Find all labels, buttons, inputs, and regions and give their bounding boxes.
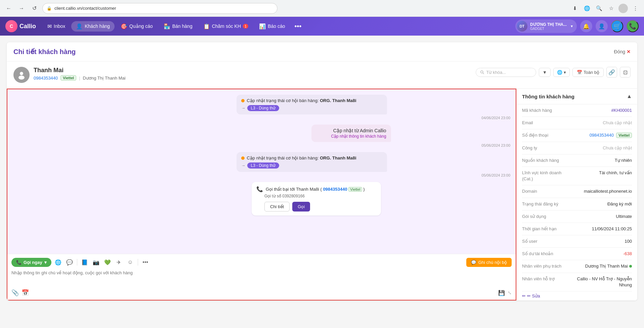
- chat-area: Cập nhật trạng thái cơ hội bán hàng: ORG…: [7, 89, 516, 300]
- info-row-linhvuc: Lĩnh vực kinh doanh (Cat.) Tài chính, tư…: [522, 167, 632, 185]
- nav-logo[interactable]: C Callio: [5, 20, 36, 32]
- nav-item-inbox[interactable]: ✉ Inbox: [43, 21, 70, 32]
- call-button[interactable]: Gọi: [292, 202, 310, 212]
- message-search-input[interactable]: [486, 70, 532, 75]
- ghi-chu-icon: 💬: [471, 260, 476, 265]
- download-icon[interactable]: ⬇: [570, 4, 579, 13]
- browser-profile-avatar[interactable]: [618, 4, 628, 13]
- nav-user-button[interactable]: DT DƯƠNG THỊ THA... GADGET ▾: [515, 19, 577, 33]
- nav-item-banhang-label: Bán hàng: [172, 24, 192, 29]
- chat-icon-more[interactable]: •••: [141, 257, 150, 267]
- sidebar-header: Thông tin khách hàng ▲: [517, 89, 637, 104]
- customer-phone-row: 0984353440 Viettel | Dương Thị Thanh Mai: [34, 75, 472, 81]
- back-button[interactable]: ←: [4, 4, 13, 13]
- url-text: client.callio.vn/contact/customer: [54, 6, 116, 11]
- box-button[interactable]: ⊡: [620, 67, 631, 78]
- call-now-button[interactable]: 📞 Gọi ngay ▾: [11, 258, 51, 267]
- info-label-trangthai: Trạng thái đăng ký: [522, 201, 569, 207]
- status-arrow: → L3 - Dùng thử: [241, 105, 382, 111]
- sidebar-collapse-button[interactable]: ▲: [627, 93, 632, 99]
- link-button[interactable]: 🔗: [606, 67, 617, 78]
- info-row-mahang: Mã khách hàng #KH00001: [522, 104, 632, 117]
- save-icon[interactable]: 💾: [498, 290, 505, 296]
- svg-point-2: [481, 71, 483, 73]
- calendar-icon-bottom[interactable]: 📅: [22, 289, 29, 296]
- chat-messages: Cập nhật trạng thái cơ hội bán hàng: ORG…: [7, 89, 516, 254]
- zoom-icon[interactable]: 🔍: [594, 4, 604, 13]
- info-row-email: Email Chưa cập nhật: [522, 117, 632, 129]
- ghi-chu-label: Ghi chú nội bộ: [478, 260, 507, 265]
- info-row-company: Công ty Chưa cập nhật: [522, 142, 632, 154]
- resize-icon[interactable]: ⤡: [508, 290, 512, 295]
- separator-2: [138, 259, 138, 266]
- top-navigation: C Callio ✉ Inbox 👤 Khách hàng 🎯 Quảng cá…: [0, 17, 644, 36]
- info-row-nhanvienht: Nhân viên hỗ trợ Callio - NV Hỗ Trợ - Ng…: [522, 273, 632, 291]
- globe-dropdown: ▾: [564, 70, 566, 75]
- translate-icon[interactable]: 🌐: [582, 4, 592, 13]
- info-value-souser: 100: [569, 238, 632, 244]
- info-label-linhvuc: Lĩnh vực kinh doanh (Cat.): [522, 170, 569, 182]
- sidebar-carrier-badge: Viettel: [616, 133, 632, 138]
- chamsockh-icon: 📋: [203, 23, 210, 30]
- chat-icon-telegram[interactable]: ✈: [114, 257, 124, 267]
- page-title: Chi tiết khách hàng: [13, 48, 76, 56]
- chat-icon-emoji[interactable]: ☺: [126, 257, 135, 267]
- info-label-phone: Số điện thoại: [522, 132, 569, 138]
- filter-button[interactable]: ▼: [539, 68, 551, 77]
- nav-item-inbox-label: Inbox: [54, 24, 65, 29]
- svg-line-3: [483, 73, 484, 74]
- security-icon: 🔒: [47, 6, 52, 11]
- nav-item-quangcao[interactable]: 🎯 Quảng cáo: [116, 21, 158, 32]
- online-dot: [629, 265, 632, 268]
- chat-icon-instagram[interactable]: 📷: [91, 257, 101, 267]
- info-row-nhanvienpt: Nhân viên phụ trách Dương Thị Thanh Mai: [522, 260, 632, 273]
- globe-button[interactable]: 🌐 ▾: [553, 68, 570, 77]
- edit-button[interactable]: ✏ ✏ Sửa: [522, 291, 632, 300]
- nav-more-button[interactable]: •••: [291, 20, 305, 32]
- attachment-icon[interactable]: 📎: [11, 289, 19, 296]
- panel-close-button[interactable]: Đóng ✕: [614, 49, 631, 54]
- call-msg-header: 📞 Gọi thất bại tới Thanh Ma8i ( 09843534…: [256, 186, 376, 192]
- info-value-mahang: #KH00001: [569, 107, 632, 113]
- nav-item-banhang[interactable]: 🏪 Bán hàng: [159, 21, 197, 32]
- ghi-chu-button[interactable]: 💬 Ghi chú nội bộ: [466, 258, 512, 267]
- contacts-button[interactable]: 👤: [596, 20, 608, 32]
- bookmark-icon[interactable]: ☆: [606, 4, 616, 13]
- phone-button[interactable]: 📞: [627, 20, 639, 32]
- chat-icon-facebook[interactable]: 📘: [80, 257, 89, 267]
- reload-button[interactable]: ↺: [30, 4, 39, 13]
- notifications-button[interactable]: 🔔: [580, 20, 592, 32]
- box-icon: ⊡: [623, 69, 628, 76]
- customer-phone[interactable]: 0984353440: [34, 76, 58, 81]
- nav-right-section: DT DƯƠNG THỊ THA... GADGET ▾ 🔔 👤 🛒 📞: [515, 19, 639, 33]
- baocao-icon: 📊: [259, 23, 266, 30]
- nav-item-chamsockh-label: Chăm sóc KH: [212, 24, 241, 29]
- address-bar[interactable]: 🔒 client.callio.vn/contact/customer: [42, 3, 277, 14]
- status-dot-2: [241, 156, 245, 160]
- chat-note-input[interactable]: [11, 269, 512, 286]
- khachhang-icon: 👤: [76, 23, 83, 30]
- logo-circle: C: [5, 20, 17, 32]
- nav-item-khachhang[interactable]: 👤 Khách hàng: [71, 21, 115, 32]
- cart-button[interactable]: 🛒: [611, 20, 623, 32]
- customer-header-row: Thanh Mai 0984353440 Viettel | Dương Thị…: [7, 61, 637, 89]
- nav-item-chamsockh[interactable]: 📋 Chăm sóc KH 1: [199, 21, 253, 32]
- nav-user-name: DƯƠNG THỊ THA...: [530, 22, 567, 27]
- chat-bottom-icons: 📎 📅 💾 ⤡: [11, 289, 512, 296]
- call-now-label: Gọi ngay: [24, 260, 42, 265]
- message-search-box[interactable]: [476, 68, 536, 77]
- admin-msg-subtitle: Cập nhật thông tin khách hàng: [316, 134, 386, 139]
- chat-icon-chat[interactable]: 💬: [65, 257, 74, 267]
- menu-icon[interactable]: ⋮: [631, 4, 640, 13]
- all-activity-button[interactable]: 📅 Toàn bộ: [572, 68, 604, 77]
- nav-item-baocao[interactable]: 📊 Báo cáo: [254, 21, 290, 32]
- close-icon: ✕: [627, 49, 631, 54]
- info-value-company: Chưa cập nhật: [569, 145, 632, 151]
- forward-button[interactable]: →: [17, 4, 26, 13]
- call-detail-button[interactable]: Chi tiết: [264, 202, 290, 212]
- chat-icon-globe[interactable]: 🌐: [53, 257, 63, 267]
- info-value-goisudung: Ultimate: [569, 214, 632, 220]
- call-icon: 📞: [256, 186, 263, 192]
- chat-icon-zalo[interactable]: 💚: [103, 257, 112, 267]
- customer-owner: Dương Thị Thanh Mai: [83, 76, 126, 81]
